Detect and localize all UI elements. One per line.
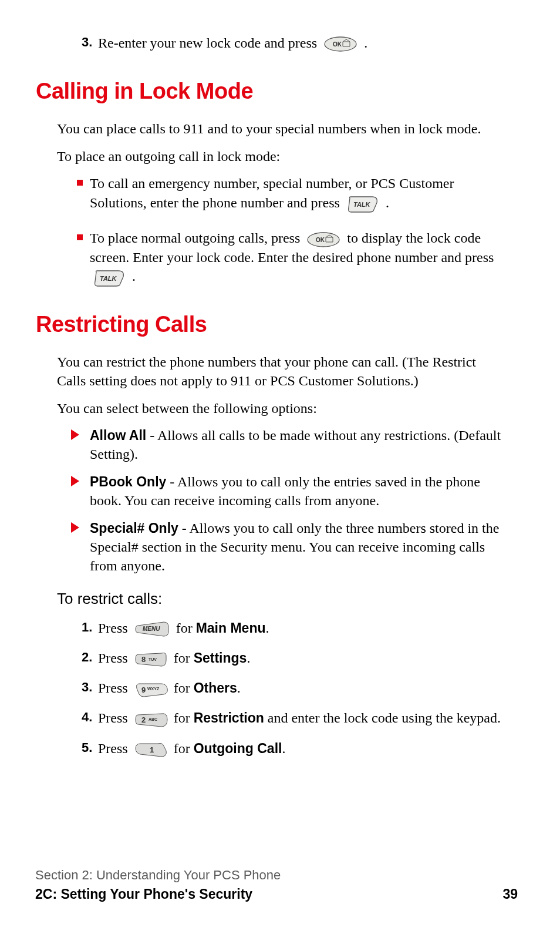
svg-text:9: 9 — [141, 686, 146, 694]
svg-text:TALK: TALK — [353, 201, 371, 208]
option-desc: - Allows all calls to be made without an… — [90, 428, 501, 462]
step-4: 4. Press 2 ABC for Restriction and enter… — [82, 707, 506, 729]
key-9-icon: 9 WXYZ — [134, 681, 167, 698]
step2-b: for — [174, 650, 194, 666]
step2-c: . — [247, 650, 250, 666]
step1-a: Press — [98, 620, 131, 636]
key-8-icon: 8 TUV — [134, 651, 167, 667]
step3-a: Press — [98, 680, 131, 696]
step-number: 3. — [82, 677, 92, 697]
svg-text:OK: OK — [333, 41, 342, 48]
step2-bold: Settings — [194, 650, 247, 666]
option-name: Special# Only — [90, 520, 178, 536]
option-allow-all: Allow All - Allows all calls to be made … — [71, 426, 506, 464]
option-name: Allow All — [90, 428, 146, 443]
heading-restricting-calls: Restricting Calls — [36, 310, 506, 340]
talk-key-icon: TALK — [346, 194, 379, 213]
step-3r: 3. Press 9 WXYZ for Others. — [82, 677, 506, 699]
footer-section-label: Section 2: Understanding Your PCS Phone — [35, 868, 518, 883]
step5-c: . — [282, 741, 285, 756]
svg-text:MENU: MENU — [143, 626, 160, 632]
step3-c: . — [237, 680, 241, 696]
step3-b: for — [174, 680, 194, 696]
step-3-text-a: Re-enter your new lock code and press — [98, 35, 321, 51]
svg-text:ABC: ABC — [149, 717, 157, 721]
step-number: 1. — [82, 617, 92, 637]
restrict-steps: 1. Press MENU for Main Menu. 2. Press — [57, 617, 506, 760]
step-5: 5. Press 1 for Outgoing Call. — [82, 738, 506, 760]
step-2: 2. Press 8 TUV for Settings. — [82, 647, 506, 669]
svg-text:8: 8 — [141, 655, 146, 664]
svg-text:TALK: TALK — [100, 275, 117, 282]
bullet1-text-a: To call an emergency number, special num… — [90, 176, 454, 210]
option-pbook-only: PBook Only - Allows you to call only the… — [71, 472, 506, 510]
step-3: 3. Re-enter your new lock code and press… — [82, 32, 506, 54]
step-number: 5. — [82, 738, 92, 758]
bullet-emergency-call: To call an emergency number, special num… — [77, 174, 506, 213]
step5-a: Press — [98, 741, 131, 756]
heading-calling-lock-mode: Calling in Lock Mode — [36, 76, 506, 106]
document-page: 3. Re-enter your new lock code and press… — [0, 0, 560, 934]
para-lock-mode-instr: To place an outgoing call in lock mode: — [57, 147, 506, 166]
step1-b: for — [176, 620, 196, 636]
step-3-text-b: . — [364, 35, 367, 51]
step4-c: and enter the lock code using the keypad… — [264, 710, 501, 725]
ok-key-icon: OK — [306, 231, 340, 248]
footer-chapter-label: 2C: Setting Your Phone's Security — [35, 886, 252, 902]
step1-c: . — [266, 620, 269, 636]
step4-a: Press — [98, 710, 131, 725]
svg-text:WXYZ: WXYZ — [147, 687, 160, 691]
page-content: 3. Re-enter your new lock code and press… — [42, 32, 518, 760]
para-lock-mode-intro: You can place calls to 911 and to your s… — [57, 119, 506, 138]
step-number: 3. — [82, 32, 92, 52]
step4-bold: Restriction — [194, 710, 264, 725]
sub-lead-restrict: To restrict calls: — [57, 589, 506, 609]
svg-text:TUV: TUV — [149, 657, 157, 661]
key-1-icon: 1 — [134, 741, 167, 758]
bullet-normal-call: To place normal outgoing calls, press OK… — [77, 229, 506, 287]
step5-bold: Outgoing Call — [194, 741, 282, 756]
footer-bottom-row: 2C: Setting Your Phone's Security 39 — [35, 886, 518, 902]
option-special-only: Special# Only - Allows you to call only … — [71, 519, 506, 576]
menu-key-icon: MENU — [134, 621, 170, 637]
step-number: 4. — [82, 707, 92, 727]
step5-b: for — [174, 741, 194, 756]
option-name: PBook Only — [90, 474, 166, 489]
svg-text:1: 1 — [150, 745, 154, 754]
key-2-icon: 2 ABC — [134, 711, 167, 728]
svg-text:2: 2 — [141, 715, 146, 724]
step4-b: for — [174, 710, 194, 725]
ok-key-icon: OK — [323, 36, 357, 52]
lock-mode-bullets: To call an emergency number, special num… — [57, 174, 506, 287]
bullet1-text-b: . — [386, 195, 389, 210]
step3-bold: Others — [194, 680, 237, 696]
step-1: 1. Press MENU for Main Menu. — [82, 617, 506, 639]
bullet2-text-c: . — [132, 268, 136, 284]
prior-step-list: 3. Re-enter your new lock code and press… — [57, 32, 506, 54]
footer-page-number: 39 — [502, 886, 518, 902]
page-footer: Section 2: Understanding Your PCS Phone … — [35, 868, 518, 902]
step1-bold: Main Menu — [196, 620, 266, 636]
restrict-options-list: Allow All - Allows all calls to be made … — [57, 426, 506, 576]
svg-text:OK: OK — [316, 237, 325, 243]
step-number: 2. — [82, 647, 92, 667]
para-restrict-intro: You can restrict the phone numbers that … — [57, 352, 506, 391]
para-restrict-options-lead: You can select between the following opt… — [57, 399, 506, 418]
talk-key-icon: TALK — [93, 268, 126, 287]
step2-a: Press — [98, 650, 131, 666]
bullet2-text-a: To place normal outgoing calls, press — [90, 230, 303, 246]
